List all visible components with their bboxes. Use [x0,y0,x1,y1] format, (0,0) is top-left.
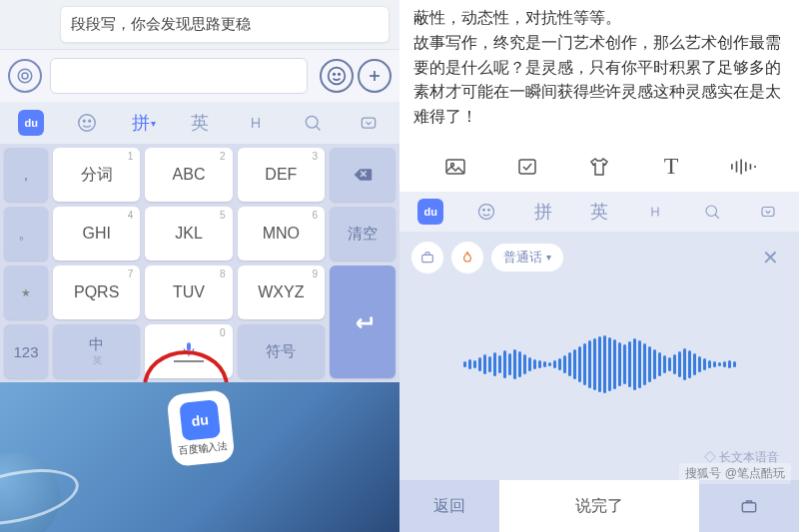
svg-line-27 [715,215,719,219]
input-bar [0,49,400,102]
cursor-icon[interactable] [628,192,682,232]
ime-toolbar: du 拼▾ 英 [0,102,400,144]
key-wildcard[interactable]: ٭ [4,266,48,319]
svg-point-25 [488,209,490,211]
baidu-logo-icon[interactable]: du [403,192,457,232]
settings-icon[interactable] [699,480,799,532]
key-def[interactable]: 3DEF [238,148,325,202]
svg-rect-30 [742,503,755,512]
emoji-icon[interactable] [60,102,114,144]
message-input[interactable] [50,58,308,94]
close-icon[interactable]: ✕ [754,242,787,273]
article-text: 蔽性，动态性，对抗性等等。 故事写作，终究是一门艺术创作，那么艺术创作最需要的是… [400,0,799,136]
image-icon[interactable] [435,152,475,182]
svg-point-0 [22,73,28,79]
svg-point-26 [706,206,717,217]
svg-point-1 [18,69,32,83]
apparel-icon[interactable] [579,152,619,182]
baidu-ime-app-icon: du百度输入法 [166,389,235,467]
chat-message: 段段写，你会发现思路更稳 [60,6,390,43]
svg-rect-12 [362,118,375,128]
voice-panel: 普通话 ▾ ✕ ◇ 长文本语音 [400,232,799,480]
svg-point-9 [89,120,91,122]
svg-point-7 [79,115,96,132]
key-backspace[interactable] [330,148,396,202]
key-zhong[interactable]: 中英 [53,324,140,378]
key-mno[interactable]: 6MNO [238,207,325,261]
key-period[interactable]: 。 [4,207,48,261]
key-fenci[interactable]: 1分词 [53,148,140,202]
search-icon[interactable] [285,102,339,144]
wallpaper-photo: du百度输入法 [0,382,400,532]
svg-point-10 [306,116,318,128]
svg-point-24 [483,209,485,211]
text-icon[interactable]: T [651,152,691,182]
key-ghi[interactable]: 4GHI [53,207,140,261]
pinyin-mode[interactable]: 拼▾ [117,102,171,144]
collapse-icon[interactable] [741,192,795,232]
svg-rect-28 [762,207,774,216]
search-icon[interactable] [684,192,738,232]
svg-rect-16 [519,160,535,174]
long-text-voice-label[interactable]: ◇ 长文本语音 [411,445,787,470]
voice-bottom-bar: 返回 说完了 [400,480,799,532]
emoji-button[interactable] [320,59,354,93]
baidu-logo-icon[interactable]: du [4,102,58,144]
ime-toolbar-2: du 拼 英 [400,192,799,232]
voice-waveform [411,283,787,445]
key-comma[interactable]: ， [4,148,48,202]
pinyin-mode[interactable]: 拼 [516,192,570,232]
voice-toggle-button[interactable] [8,59,42,93]
svg-point-23 [479,204,494,219]
key-enter[interactable] [330,266,396,378]
collapse-icon[interactable] [342,102,396,144]
key-tuv[interactable]: 8TUV [145,266,232,319]
english-mode[interactable]: 英 [572,192,626,232]
svg-point-8 [84,120,86,122]
plus-button[interactable] [358,59,392,93]
hot-chip[interactable] [451,242,483,273]
svg-point-2 [329,68,346,85]
key-pqrs[interactable]: 7PQRS [53,266,140,319]
svg-line-11 [316,126,320,130]
back-button[interactable]: 返回 [400,480,499,532]
key-clear[interactable]: 清空 [330,207,396,261]
key-abc[interactable]: 2ABC [145,148,232,202]
svg-rect-29 [422,255,433,262]
editor-media-row: T [400,136,799,192]
key-123[interactable]: 123 [4,324,48,378]
cursor-icon[interactable] [229,102,283,144]
svg-point-3 [334,74,336,76]
svg-point-4 [339,74,341,76]
keyboard: ， 1分词 2ABC 3DEF 。 4GHI 5JKL 6MNO 清空 ٭ 7P… [0,144,400,382]
key-wxyz[interactable]: 9WXYZ [238,266,325,319]
done-speaking-button[interactable]: 说完了 [499,480,699,532]
emoji-icon[interactable] [459,192,513,232]
key-jkl[interactable]: 5JKL [145,207,232,261]
vote-icon[interactable] [507,152,547,182]
english-mode[interactable]: 英 [173,102,227,144]
briefcase-chip[interactable] [411,242,443,273]
audio-icon[interactable] [723,152,763,182]
key-mic-space[interactable]: 0 [145,324,232,378]
language-chip[interactable]: 普通话 ▾ [491,244,563,271]
key-symbol[interactable]: 符号 [238,324,325,378]
